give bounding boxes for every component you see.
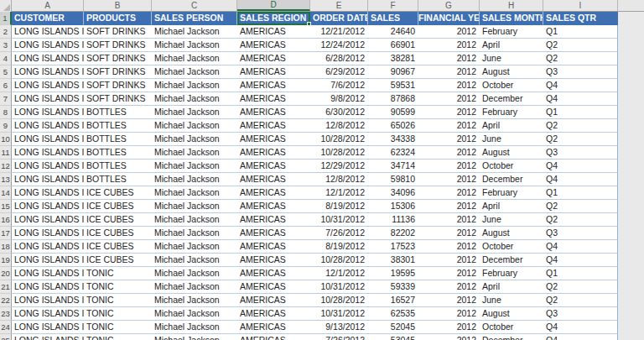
data-cell[interactable]: SOFT DRINKS [84,25,152,39]
data-cell[interactable]: 62535 [368,307,418,321]
data-cell[interactable]: 6/28/2012 [310,52,368,65]
data-cell[interactable]: 2012 [418,186,480,200]
data-cell[interactable]: 34714 [368,160,418,173]
data-cell[interactable]: AMERICAS [237,280,310,294]
data-cell[interactable]: 38281 [368,52,418,65]
data-cell[interactable]: 8/19/2012 [310,200,368,213]
column-header-F[interactable]: F [368,0,418,11]
column-header-H[interactable]: H [480,0,543,11]
data-cell[interactable]: Q4 [543,173,618,186]
data-cell[interactable]: LONG ISLANDS INC [12,39,84,52]
data-cell[interactable]: AMERICAS [237,227,310,240]
data-cell[interactable]: LONG ISLANDS INC [12,227,84,240]
data-cell[interactable]: 10/31/2012 [310,213,368,227]
data-cell[interactable]: August [480,227,543,240]
data-cell[interactable]: AMERICAS [237,92,310,106]
data-cell[interactable]: LONG ISLANDS INC [12,119,84,133]
data-cell[interactable]: ICE CUBES [84,227,152,240]
data-cell[interactable]: Michael Jackson [152,294,237,307]
data-cell[interactable]: 62324 [368,146,418,160]
data-cell[interactable]: 10/28/2012 [310,146,368,160]
data-cell[interactable]: AMERICAS [237,254,310,267]
data-cell[interactable]: Michael Jackson [152,133,237,146]
data-cell[interactable]: AMERICAS [237,79,310,92]
data-cell[interactable]: LONG ISLANDS INC [12,106,84,119]
data-cell[interactable]: Q3 [543,146,618,160]
data-cell[interactable]: 15306 [368,200,418,213]
data-cell[interactable]: BOTTLES [84,119,152,133]
data-cell[interactable]: Q4 [543,254,618,267]
data-cell[interactable]: LONG ISLANDS INC [12,213,84,227]
data-cell[interactable]: 59339 [368,280,418,294]
data-cell[interactable]: 2012 [418,334,480,340]
data-cell[interactable]: Q2 [543,133,618,146]
data-cell[interactable]: 34338 [368,133,418,146]
data-cell[interactable]: Q2 [543,280,618,294]
data-cell[interactable]: Michael Jackson [152,307,237,321]
data-cell[interactable]: AMERICAS [237,106,310,119]
data-cell[interactable]: 59810 [368,173,418,186]
data-cell[interactable]: February [480,25,543,39]
data-cell[interactable]: Michael Jackson [152,280,237,294]
data-cell[interactable]: October [480,160,543,173]
row-header-10[interactable]: 10 [0,133,12,146]
data-cell[interactable]: BOTTLES [84,106,152,119]
data-cell[interactable]: ICE CUBES [84,200,152,213]
data-cell[interactable]: June [480,294,543,307]
data-cell[interactable]: TONIC [84,321,152,334]
row-header-20[interactable]: 20 [0,267,12,280]
data-cell[interactable]: LONG ISLANDS INC [12,92,84,106]
data-cell[interactable]: October [480,240,543,254]
header-cell[interactable]: CUSTOMER [12,12,84,25]
data-cell[interactable]: 2012 [418,280,480,294]
header-cell[interactable]: SALES QTR [543,12,618,25]
data-cell[interactable]: Q1 [543,267,618,280]
data-cell[interactable]: LONG ISLANDS INC [12,160,84,173]
row-header-23[interactable]: 23 [0,307,12,321]
data-cell[interactable]: Michael Jackson [152,213,237,227]
data-cell[interactable]: 12/29/2012 [310,160,368,173]
data-cell[interactable]: 2012 [418,213,480,227]
header-cell[interactable]: ORDER DATE [310,12,368,25]
row-header-25[interactable]: 25 [0,334,12,340]
data-cell[interactable]: 90967 [368,65,418,79]
data-cell[interactable]: BOTTLES [84,173,152,186]
data-cell[interactable]: LONG ISLANDS INC [12,173,84,186]
data-cell[interactable]: Q4 [543,160,618,173]
data-cell[interactable]: 6/29/2012 [310,65,368,79]
data-cell[interactable]: Q3 [543,307,618,321]
data-cell[interactable]: LONG ISLANDS INC [12,280,84,294]
data-cell[interactable]: 2012 [418,294,480,307]
data-cell[interactable]: AMERICAS [237,294,310,307]
data-cell[interactable]: Michael Jackson [152,186,237,200]
data-cell[interactable]: TONIC [84,334,152,340]
data-cell[interactable]: Michael Jackson [152,119,237,133]
data-cell[interactable]: 52045 [368,321,418,334]
data-cell[interactable]: Q1 [543,25,618,39]
data-cell[interactable]: AMERICAS [237,146,310,160]
data-cell[interactable]: Q2 [543,39,618,52]
data-cell[interactable]: LONG ISLANDS INC [12,186,84,200]
row-header-7[interactable]: 7 [0,92,12,106]
row-header-19[interactable]: 19 [0,254,12,267]
data-cell[interactable]: August [480,65,543,79]
data-cell[interactable]: 82202 [368,227,418,240]
data-cell[interactable]: June [480,133,543,146]
data-cell[interactable]: 2012 [418,200,480,213]
data-cell[interactable]: Michael Jackson [152,254,237,267]
data-cell[interactable]: Q2 [543,294,618,307]
data-cell[interactable]: AMERICAS [237,173,310,186]
data-cell[interactable]: 53045 [368,334,418,340]
data-cell[interactable]: Q3 [543,65,618,79]
data-cell[interactable]: Q2 [543,52,618,65]
column-header-A[interactable]: A [12,0,84,11]
row-header-13[interactable]: 13 [0,173,12,186]
data-cell[interactable]: 17523 [368,240,418,254]
data-cell[interactable]: BOTTLES [84,133,152,146]
row-header-5[interactable]: 5 [0,65,12,79]
row-header-9[interactable]: 9 [0,119,12,133]
data-cell[interactable]: 2012 [418,92,480,106]
data-cell[interactable]: 2012 [418,267,480,280]
data-cell[interactable]: 24640 [368,25,418,39]
data-cell[interactable]: Q1 [543,186,618,200]
